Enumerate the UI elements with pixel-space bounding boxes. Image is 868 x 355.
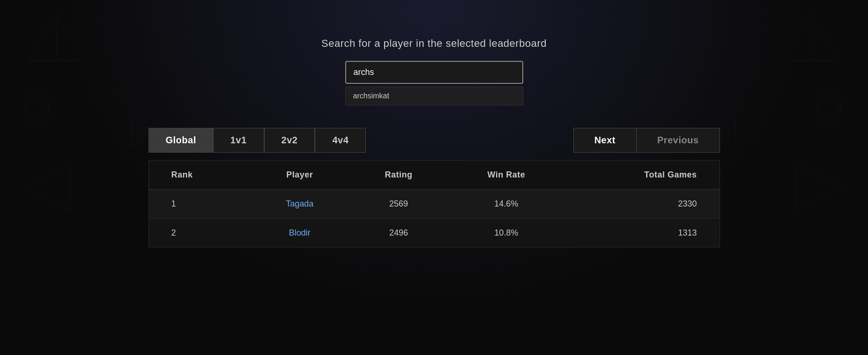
player-link[interactable]: Blodir xyxy=(289,228,311,237)
header-rating: Rating xyxy=(349,161,448,190)
search-input[interactable] xyxy=(345,61,523,84)
player-link[interactable]: Tagada xyxy=(286,199,313,208)
header-total-games: Total Games xyxy=(564,161,720,190)
cell-rating: 2496 xyxy=(349,219,448,248)
tabs-container: Global 1v1 2v2 4v4 xyxy=(148,128,366,153)
search-container xyxy=(345,61,523,84)
cell-win-rate: 10.8% xyxy=(448,219,565,248)
table-row: 1Tagada256914.6%2330 xyxy=(148,190,720,219)
cell-total-games: 1313 xyxy=(564,219,720,248)
header-player: Player xyxy=(250,161,349,190)
nav-buttons: Next Previous xyxy=(573,128,720,153)
header-rank: Rank xyxy=(148,161,250,190)
search-suggestion[interactable]: archsimkat xyxy=(345,87,523,105)
next-button[interactable]: Next xyxy=(573,128,636,153)
controls-row: Global 1v1 2v2 4v4 Next Previous xyxy=(148,128,720,153)
tab-1v1[interactable]: 1v1 xyxy=(213,128,264,153)
cell-player[interactable]: Blodir xyxy=(250,219,349,248)
cell-total-games: 2330 xyxy=(564,190,720,219)
cell-rank: 2 xyxy=(148,219,250,248)
table-header-row: Rank Player Rating Win Rate Total Games xyxy=(148,161,720,190)
cell-rank: 1 xyxy=(148,190,250,219)
tab-2v2[interactable]: 2v2 xyxy=(264,128,315,153)
previous-button[interactable]: Previous xyxy=(636,128,720,153)
header-win-rate: Win Rate xyxy=(448,161,565,190)
cell-rating: 2569 xyxy=(349,190,448,219)
table-row: 2Blodir249610.8%1313 xyxy=(148,219,720,248)
tab-global[interactable]: Global xyxy=(148,128,213,153)
tab-4v4[interactable]: 4v4 xyxy=(315,128,366,153)
cell-player[interactable]: Tagada xyxy=(250,190,349,219)
cell-win-rate: 14.6% xyxy=(448,190,565,219)
leaderboard-table: Rank Player Rating Win Rate Total Games … xyxy=(148,160,720,248)
search-title: Search for a player in the selected lead… xyxy=(321,37,547,50)
